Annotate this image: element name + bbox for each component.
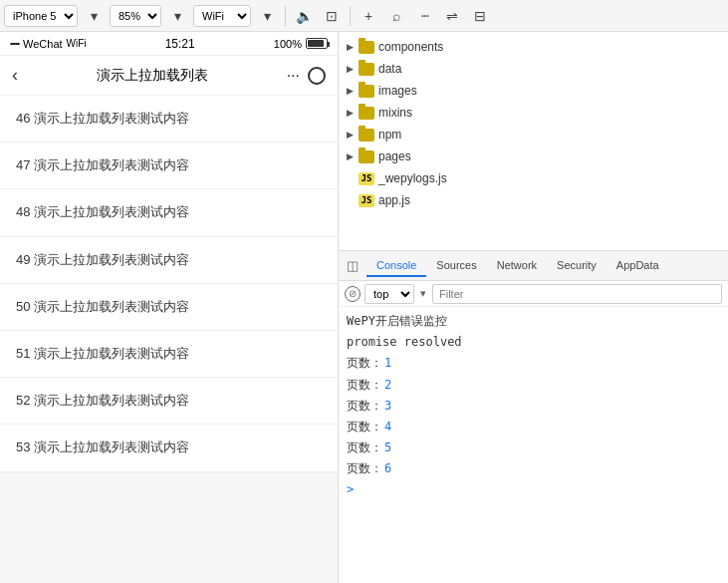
tree-item-mixins[interactable]: ▶mixins: [339, 102, 728, 124]
screen-icon[interactable]: ⊡: [320, 4, 344, 28]
tree-label: npm: [378, 128, 401, 142]
console-line: 页数：3: [347, 396, 720, 417]
scope-arrow: ▾: [420, 287, 426, 300]
battery-pct: 100%: [274, 38, 302, 50]
list-item: 48 演示上拉加载列表测试内容: [0, 189, 338, 236]
wifi-label: WiFi: [67, 38, 87, 49]
network-chevron-icon[interactable]: ▾: [255, 4, 279, 28]
tree-item-npm[interactable]: ▶npm: [339, 124, 728, 146]
tree-label: _wepylogs.js: [378, 171, 447, 185]
console-value: 6: [384, 459, 391, 478]
tree-arrow: ▶: [347, 130, 359, 140]
device-select[interactable]: iPhone 5: [4, 5, 78, 27]
nav-circle-button[interactable]: [308, 67, 326, 85]
network-select[interactable]: WiFi: [193, 5, 251, 27]
tree-arrow: ▶: [347, 42, 359, 52]
separator2: [350, 6, 351, 26]
sound-icon[interactable]: 🔈: [292, 4, 316, 28]
folder-icon: [359, 107, 374, 120]
battery-icon: [306, 38, 328, 49]
tree-label: components: [378, 40, 443, 54]
list-item: 53 演示上拉加载列表测试内容: [0, 425, 338, 471]
zoom-chevron-icon[interactable]: ▾: [165, 4, 189, 28]
back-button[interactable]: ‹: [12, 65, 18, 86]
console-line: 页数：4: [347, 417, 720, 437]
zoom-select[interactable]: 85%: [110, 5, 161, 27]
toggle-icon[interactable]: ⇌: [440, 4, 464, 28]
time-label: 15:21: [165, 37, 195, 51]
list-item: 51 演示上拉加载列表测试内容: [0, 331, 338, 378]
top-toolbar: iPhone 5 ▾ 85% ▾ WiFi ▾ 🔈 ⊡ + ⌕ ··· ⇌ ⊟: [0, 0, 728, 32]
tab-appdata[interactable]: AppData: [607, 255, 669, 277]
clear-console-button[interactable]: ⊘: [345, 286, 361, 302]
scope-select[interactable]: top: [364, 284, 414, 304]
filter-input[interactable]: [432, 284, 722, 304]
tab-network[interactable]: Network: [487, 255, 547, 277]
console-line: WePY开启错误监控: [347, 311, 720, 332]
console-line: 页数：6: [347, 458, 720, 479]
tree-item-data[interactable]: ▶data: [339, 58, 728, 80]
file-tree: ▶components▶data▶images▶mixins▶npm▶pages…: [339, 32, 728, 251]
battery-tip: [328, 42, 330, 47]
tree-label: app.js: [378, 193, 410, 207]
tree-label: data: [378, 62, 401, 76]
separator: [285, 6, 286, 26]
app-name: WeChat: [23, 38, 63, 50]
battery-fill: [308, 40, 324, 47]
main-area: ••••• WeChat WiFi 15:21 100% ‹ 演示上拉加载列表 …: [0, 32, 728, 583]
tab-security[interactable]: Security: [547, 255, 607, 277]
list-item: 47 演示上拉加载列表测试内容: [0, 143, 338, 189]
tree-arrow: ▶: [347, 108, 359, 118]
tab-sources[interactable]: Sources: [426, 255, 486, 277]
folder-icon: [359, 150, 374, 163]
tree-arrow: ▶: [347, 64, 359, 74]
tree-item-app-js[interactable]: JSapp.js: [339, 189, 728, 211]
console-value: 1: [384, 354, 391, 373]
console-line: 页数：2: [347, 375, 720, 396]
console-line: 页数：1: [347, 353, 720, 374]
nav-title: 演示上拉加载列表: [97, 67, 208, 85]
console-prompt[interactable]: >: [347, 480, 720, 498]
devtools-tabs: ◫ ConsoleSourcesNetworkSecurityAppData: [339, 251, 728, 281]
devtools-left-icon[interactable]: ◫: [343, 256, 363, 276]
tree-label: pages: [378, 149, 411, 163]
console-value: 3: [384, 397, 391, 416]
tab-console[interactable]: Console: [366, 255, 426, 277]
tree-arrow: ▶: [347, 151, 359, 161]
folder-icon: [359, 63, 374, 76]
console-line: 页数：5: [347, 437, 720, 458]
console-value: 5: [384, 438, 391, 457]
phone-panel: ••••• WeChat WiFi 15:21 100% ‹ 演示上拉加载列表 …: [0, 32, 339, 583]
list-item: 49 演示上拉加载列表测试内容: [0, 237, 338, 284]
list-container[interactable]: 46 演示上拉加载列表测试内容47 演示上拉加载列表测试内容48 演示上拉加载列…: [0, 96, 338, 583]
tree-item-components[interactable]: ▶components: [339, 36, 728, 58]
list-item: 52 演示上拉加载列表测试内容: [0, 378, 338, 425]
list-item: 50 演示上拉加载列表测试内容: [0, 284, 338, 331]
list-item: 46 演示上拉加载列表测试内容: [0, 96, 338, 143]
devtools-panel: ▶components▶data▶images▶mixins▶npm▶pages…: [339, 32, 728, 583]
tree-item-images[interactable]: ▶images: [339, 80, 728, 102]
folder-icon: [359, 41, 374, 54]
console-area: ⊘ top ▾ WePY开启错误监控promise resolved页数：1页数…: [339, 281, 728, 583]
dock-icon[interactable]: ⊟: [468, 4, 492, 28]
tree-label: images: [378, 84, 417, 98]
add-icon[interactable]: +: [357, 4, 380, 28]
console-value: 2: [384, 376, 391, 395]
status-left: ••••• WeChat WiFi: [10, 38, 87, 50]
phone-status-bar: ••••• WeChat WiFi 15:21 100%: [0, 32, 338, 56]
tree-item-pages[interactable]: ▶pages: [339, 146, 728, 167]
folder-icon: [359, 129, 374, 142]
js-badge: JS: [359, 172, 374, 185]
console-key: 页数：: [347, 438, 382, 457]
console-output: WePY开启错误监控promise resolved页数：1页数：2页数：3页数…: [339, 307, 728, 583]
tree-item-_wepylogs-js[interactable]: JS_wepylogs.js: [339, 167, 728, 189]
console-key: 页数：: [347, 418, 382, 437]
console-key: 页数：: [347, 376, 382, 395]
nav-more-button[interactable]: ···: [287, 67, 300, 85]
chevron-down-icon[interactable]: ▾: [82, 4, 106, 28]
more-icon[interactable]: ···: [412, 4, 436, 28]
console-value: 4: [384, 418, 391, 437]
search-icon[interactable]: ⌕: [384, 4, 408, 28]
signal-dots: •••••: [10, 39, 19, 48]
console-key: 页数：: [347, 459, 382, 478]
